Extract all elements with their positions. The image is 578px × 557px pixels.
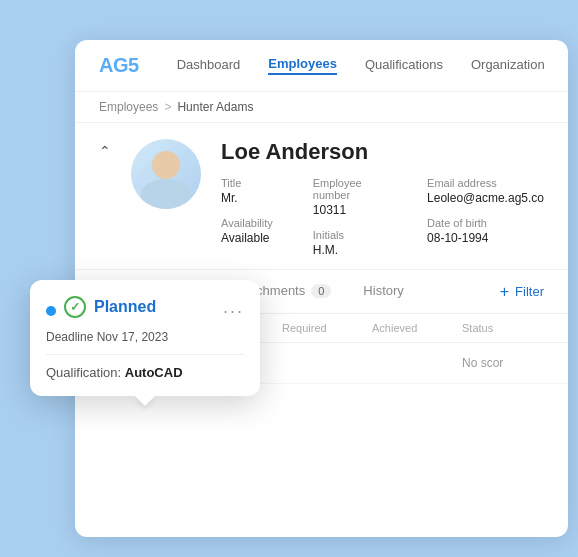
employee-details: Title Mr. Availability Available Employe… xyxy=(221,177,544,257)
breadcrumb-separator: > xyxy=(164,100,171,114)
employee-info: Loe Anderson Title Mr. Availability Avai… xyxy=(221,139,544,257)
breadcrumb-current: Hunter Adams xyxy=(177,100,253,114)
dob-label: Date of birth xyxy=(427,217,544,229)
col-achieved: Achieved xyxy=(372,322,462,334)
title-label: Title xyxy=(221,177,273,189)
logo: AG5 xyxy=(99,54,139,77)
dob-field: Date of birth 08-10-1994 xyxy=(427,217,544,245)
col-status: Status xyxy=(462,322,552,334)
breadcrumb: Employees > Hunter Adams xyxy=(75,92,568,123)
availability-value: Available xyxy=(221,231,269,245)
planned-dot xyxy=(46,306,56,316)
col-required: Required xyxy=(282,322,372,334)
employee-number-field: Employee number 10311 xyxy=(313,177,387,217)
popup-arrow xyxy=(135,396,155,406)
email-field: Email address Leoleo@acme.ag5.co xyxy=(427,177,544,205)
employee-number-label: Employee number xyxy=(313,177,387,201)
breadcrumb-root[interactable]: Employees xyxy=(99,100,158,114)
row-status: No scor xyxy=(462,356,552,370)
popup-title-row: ✓ Planned xyxy=(46,296,156,326)
qualification-value: AutoCAD xyxy=(125,365,183,380)
nav-employees[interactable]: Employees xyxy=(268,56,337,75)
tab-attachments-badge: 0 xyxy=(311,284,331,298)
email-label: Email address xyxy=(427,177,544,189)
nav-qualifications[interactable]: Qualifications xyxy=(365,57,443,74)
logo-text2: 5 xyxy=(128,54,139,76)
logo-text1: AG xyxy=(99,54,128,76)
nav-organization[interactable]: Organization xyxy=(471,57,545,74)
avatar-body xyxy=(141,179,191,209)
filter-label: Filter xyxy=(515,284,544,299)
tab-history[interactable]: History xyxy=(347,270,419,314)
nav-dashboard[interactable]: Dashboard xyxy=(177,57,241,74)
title-field: Title Mr. xyxy=(221,177,273,205)
employee-name: Loe Anderson xyxy=(221,139,544,165)
detail-col-1: Title Mr. Availability Available xyxy=(221,177,273,257)
popup-divider xyxy=(46,354,244,355)
employee-number-value: 10311 xyxy=(313,203,346,217)
avatar-head xyxy=(152,151,180,179)
availability-label: Availability xyxy=(221,217,273,229)
popup-header: ✓ Planned ··· xyxy=(46,296,244,326)
detail-col-2: Employee number 10311 Initials H.M. xyxy=(313,177,387,257)
filter-plus-icon: + xyxy=(500,283,509,301)
availability-field: Availability Available xyxy=(221,217,273,245)
dob-value: 08-10-1994 xyxy=(427,231,488,245)
check-circle-icon: ✓ xyxy=(64,296,86,318)
qualification-prefix: Qualification: xyxy=(46,365,125,380)
popup-qualification: Qualification: AutoCAD xyxy=(46,365,244,380)
email-value: Leoleo@acme.ag5.co xyxy=(427,191,544,205)
initials-value: H.M. xyxy=(313,243,338,257)
employee-header: ⌃ Loe Anderson Title Mr. Availability Av… xyxy=(75,123,568,270)
detail-col-3: Email address Leoleo@acme.ag5.co Date of… xyxy=(427,177,544,257)
popup-status-row: ✓ Planned xyxy=(64,296,156,318)
filter-button[interactable]: + Filter xyxy=(500,283,544,301)
initials-field: Initials H.M. xyxy=(313,229,387,257)
popup-deadline: Deadline Nov 17, 2023 xyxy=(46,330,244,344)
popup-card: ✓ Planned ··· Deadline Nov 17, 2023 Qual… xyxy=(30,280,260,396)
navbar: AG5 Dashboard Employees Qualifications O… xyxy=(75,40,568,92)
collapse-icon[interactable]: ⌃ xyxy=(99,143,111,159)
popup-menu-button[interactable]: ··· xyxy=(223,301,244,322)
avatar xyxy=(131,139,201,209)
title-value: Mr. xyxy=(221,191,238,205)
popup-title: Planned xyxy=(94,298,156,316)
initials-label: Initials xyxy=(313,229,387,241)
